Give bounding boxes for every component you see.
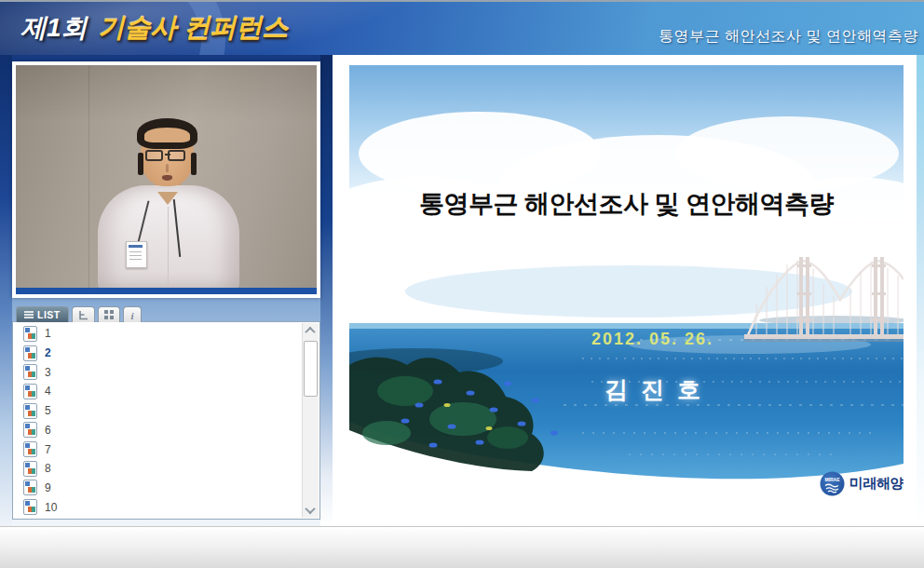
wall-shading (16, 65, 317, 121)
presenter-hair (137, 118, 197, 149)
list-item-label: 8 (45, 462, 51, 475)
list-item[interactable]: 2 (15, 344, 301, 363)
list-item[interactable]: 9 (15, 479, 301, 498)
column-divider (320, 55, 333, 526)
list-item-label: 9 (45, 481, 51, 494)
slide-thumbnail-icon (23, 441, 37, 457)
slide-thumbnail-icon (23, 326, 37, 342)
glasses-lens (145, 150, 163, 161)
slide-thumbnail-icon (23, 345, 37, 361)
mirae-logo: MIRAE 미래해양 (820, 471, 904, 496)
slide-thumbnail-icon (23, 422, 37, 438)
list-item-label: 7 (45, 443, 51, 456)
scrollbar-thumb[interactable] (304, 341, 318, 397)
list-item[interactable]: 8 (15, 459, 301, 479)
shirt-placket (168, 207, 169, 287)
slide-thumbnail-icon (23, 364, 37, 380)
slide-ocean-image (349, 65, 904, 505)
presenter-nose (166, 164, 169, 172)
slide-date: 2012. 05. 26. (349, 330, 904, 349)
list-item-label: 3 (45, 366, 51, 379)
wall-seam (88, 65, 89, 294)
slide-thumbnail-icon (23, 403, 37, 419)
slide-list-panel: 1 2 3 4 5 6 7 8 (12, 321, 320, 520)
info-icon: i (129, 310, 135, 320)
list-item[interactable]: 1 (15, 324, 301, 344)
conference-title-main: 기술사 컨퍼런스 (99, 12, 289, 44)
chevron-down-icon (305, 504, 315, 514)
slide-thumbnail-icon (23, 461, 37, 477)
current-slide: 통영부근 해안선조사 및 연안해역측량 2012. 05. 26. 김진호 MI… (349, 65, 904, 505)
svg-text:MIRAE: MIRAE (824, 477, 840, 482)
window-left-edge (0, 55, 12, 526)
presenter-sideburn (191, 153, 197, 175)
presenter-video-panel (12, 61, 320, 298)
window-right-edge (917, 55, 924, 526)
list-item-label: 2 (45, 346, 51, 359)
list-item-label: 1 (45, 327, 51, 340)
list-panel-tabs: LIST i (16, 305, 142, 322)
conference-title-prefix: 제1회 (20, 12, 88, 44)
glasses-lens (168, 150, 185, 161)
control-bar: 한국기술사회 ENGINEERS KOREA SLIDE 2 / 26 | PL… (0, 526, 924, 568)
header-banner: 제1회 기술사 컨퍼런스 통영부근 해안선조사 및 연안해역측량 (0, 2, 924, 55)
list-item[interactable]: 7 (15, 440, 301, 459)
chevron-up-icon (305, 327, 315, 337)
tab-outline[interactable] (72, 306, 95, 322)
presenter-sideburn (138, 153, 143, 175)
outline-icon (78, 310, 88, 320)
list-icon (24, 311, 34, 318)
tab-thumbnails[interactable] (98, 306, 120, 322)
slide-display-area: 통영부근 해안선조사 및 연안해역측량 2012. 05. 26. 김진호 MI… (333, 55, 917, 526)
list-item-label: 10 (45, 501, 57, 514)
list-item[interactable]: 10 (15, 497, 301, 517)
presenter-name-tag (126, 241, 147, 268)
list-item-label: 6 (45, 424, 51, 437)
list-item[interactable]: 4 (15, 382, 301, 401)
list-scrollbar[interactable] (302, 323, 319, 518)
mirae-logo-text: 미래해양 (849, 475, 904, 493)
lecture-title: 통영부근 해안선조사 및 연안해역측량 (659, 27, 918, 47)
slide-thumbnail-icon (23, 499, 37, 515)
video-bottom-strip (16, 288, 317, 294)
slide-list: 1 2 3 4 5 6 7 8 (15, 324, 301, 517)
presenter-mouth (162, 175, 172, 181)
mirae-logo-badge-icon: MIRAE (820, 471, 845, 496)
slide-presenter-name: 김진호 (349, 374, 904, 405)
slide-title: 통영부근 해안선조사 및 연안해역측량 (349, 187, 904, 221)
presenter-video-frame (16, 65, 317, 294)
grid-icon (104, 310, 114, 319)
svg-text:i: i (130, 310, 134, 320)
list-item[interactable]: 5 (15, 401, 301, 421)
conference-title: 제1회 기술사 컨퍼런스 (20, 12, 288, 44)
list-item-label: 4 (45, 385, 51, 398)
list-item[interactable]: 3 (15, 362, 301, 382)
slide-thumbnail-icon (23, 384, 37, 399)
webcast-player-window: 제1회 기술사 컨퍼런스 통영부근 해안선조사 및 연안해역측량 (0, 0, 924, 568)
list-item-label: 5 (45, 404, 51, 417)
tab-list[interactable]: LIST (16, 306, 69, 322)
tab-list-label: LIST (37, 309, 61, 320)
glasses-bridge (165, 154, 170, 156)
scrollbar-up-button[interactable] (303, 323, 318, 338)
slide-thumbnail-icon (23, 480, 37, 495)
presenter-glasses (145, 150, 190, 162)
scrollbar-down-button[interactable] (303, 503, 318, 518)
list-item[interactable]: 6 (15, 421, 301, 440)
tab-info[interactable]: i (123, 306, 142, 322)
